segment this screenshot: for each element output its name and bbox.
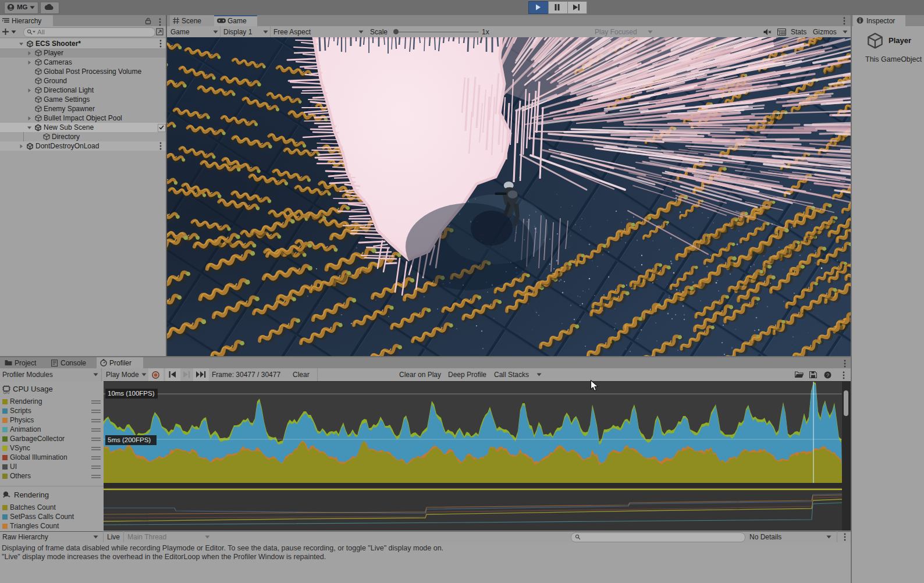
svg-text:CPU: CPU — [3, 391, 10, 394]
svg-text:?: ? — [826, 372, 829, 378]
